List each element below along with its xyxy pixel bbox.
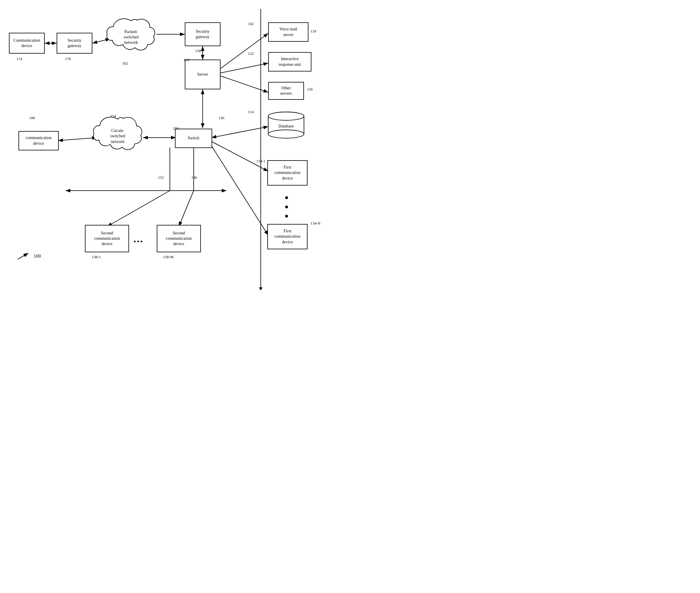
- comm-device-left2: communication device: [19, 131, 59, 150]
- svg-line-11: [221, 33, 268, 69]
- label-154: 154: [110, 114, 116, 119]
- label-178: 178: [65, 56, 71, 62]
- svg-point-31: [268, 112, 304, 120]
- label-114: 114: [248, 110, 254, 114]
- security-gateway-top: Security gateway: [185, 22, 221, 46]
- label-122: 122: [248, 51, 254, 56]
- svg-line-18: [58, 137, 97, 141]
- svg-line-15: [212, 142, 268, 171]
- second-comm-device-1: Second communication device: [85, 225, 129, 252]
- other-servers: Other servers: [268, 82, 304, 100]
- figure-label: 100: [16, 252, 41, 261]
- database: Database: [267, 111, 305, 139]
- diagram: Communication device Security gateway Pa…: [0, 0, 350, 296]
- label-152: 152: [158, 175, 164, 180]
- label-126: 126: [307, 87, 313, 92]
- label-134-n: 134-N: [310, 221, 320, 226]
- svg-point-30: [268, 130, 304, 138]
- label-180: 180: [29, 116, 35, 120]
- label-118: 118: [310, 29, 316, 34]
- server: Server: [185, 60, 221, 89]
- svg-marker-10: [259, 287, 262, 290]
- label-158: 158: [195, 48, 201, 53]
- first-comm-device-n: First communication device: [267, 224, 307, 249]
- security-gateway-left: Security gateway: [57, 33, 93, 53]
- figure-number: 100: [34, 253, 41, 259]
- svg-line-21: [107, 191, 170, 226]
- switch: Switch: [175, 129, 212, 148]
- voice-mail-server: Voice mail server: [268, 22, 308, 42]
- label-138-1: 138-1: [92, 255, 101, 260]
- label-142: 142: [248, 22, 254, 26]
- svg-text:Database: Database: [278, 124, 294, 128]
- label-134-1: 134-1: [256, 159, 265, 163]
- interactive-response-unit: Interactive response unit: [268, 52, 311, 72]
- circuit-switched-label: Circuit- switched network: [110, 128, 125, 145]
- dots-first-comm: ●●●: [285, 193, 290, 221]
- svg-line-12: [221, 63, 268, 73]
- packed-switched-label: Packed- switched network: [124, 29, 139, 46]
- dots-second-comm: •••: [134, 238, 144, 246]
- svg-line-23: [179, 191, 194, 226]
- label-110: 110: [184, 57, 189, 62]
- svg-line-35: [18, 253, 28, 259]
- communication-device-left: Communication device: [9, 33, 45, 53]
- label-174: 174: [16, 56, 22, 62]
- first-comm-device-1: First communication device: [267, 160, 307, 186]
- second-comm-device-m: Second communication device: [157, 225, 201, 252]
- label-130: 130: [218, 116, 224, 120]
- label-162: 162: [122, 61, 128, 66]
- svg-line-13: [221, 76, 268, 92]
- svg-line-14: [212, 127, 268, 137]
- label-150: 150: [173, 126, 179, 131]
- label-138-m: 138-M: [163, 255, 174, 260]
- circuit-switched-network: Circuit- switched network: [93, 113, 143, 159]
- packed-switched-network: Packed- switched network: [106, 15, 156, 60]
- label-146: 146: [191, 175, 197, 180]
